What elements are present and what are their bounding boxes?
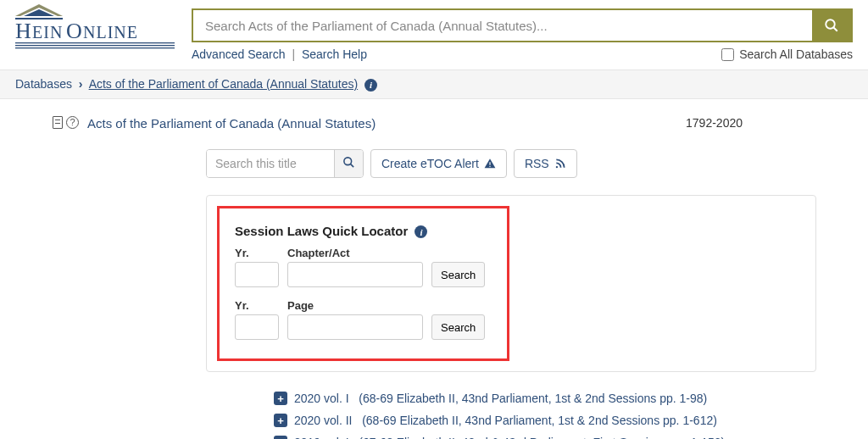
heinonline-logo[interactable]: H EIN O NLINE [15, 4, 175, 51]
search-all-label: Search All Databases [739, 47, 853, 61]
svg-rect-9 [15, 45, 175, 46]
chapter-label: Chapter/Act [287, 247, 423, 259]
list-item: + 2020 vol. I (68-69 Elizabeth II, 43nd … [274, 387, 853, 409]
svg-text:EIN: EIN [32, 23, 63, 42]
svg-rect-16 [489, 166, 490, 167]
main-search-input[interactable] [193, 10, 812, 41]
search-help-link[interactable]: Search Help [302, 47, 367, 61]
year-input-2[interactable] [235, 314, 279, 340]
svg-point-17 [555, 166, 557, 168]
svg-rect-15 [489, 162, 490, 165]
rss-icon [554, 158, 566, 169]
search-icon [342, 156, 355, 169]
search-all-databases-toggle[interactable]: Search All Databases [721, 47, 853, 61]
title-search [206, 149, 364, 178]
collection-title: Acts of the Parliament of Canada (Annual… [87, 116, 376, 131]
search-icon [824, 18, 839, 33]
separator: | [292, 47, 295, 61]
locator-heading: Session Laws Quick Locator [235, 224, 408, 238]
page-input[interactable] [287, 314, 423, 340]
year-label: Yr. [235, 247, 279, 259]
year-range: 1792-2020 [686, 116, 743, 130]
chevron-right-icon: › [79, 77, 83, 91]
page-label: Page [287, 299, 423, 312]
search-all-checkbox[interactable] [721, 48, 734, 61]
info-icon[interactable]: i [364, 79, 377, 92]
expand-icon[interactable]: + [274, 392, 287, 405]
rss-label: RSS [525, 157, 549, 170]
breadcrumb-root[interactable]: Databases [15, 77, 72, 91]
locator-search-2[interactable]: Search [431, 314, 485, 340]
breadcrumb: Databases › Acts of the Parliament of Ca… [0, 69, 868, 99]
expand-icon[interactable]: + [274, 436, 287, 439]
title-search-button[interactable] [334, 150, 363, 177]
volume-list: + 2020 vol. I (68-69 Elizabeth II, 43nd … [274, 387, 853, 439]
svg-line-14 [350, 164, 353, 167]
list-item: + 2019 vol. I (67-68 Elizabeth II, 42nd … [274, 431, 853, 439]
rss-button[interactable]: RSS [514, 149, 577, 178]
locator-search-1[interactable]: Search [431, 262, 485, 287]
svg-point-11 [826, 19, 835, 29]
expand-icon[interactable]: + [274, 414, 287, 427]
year-input-1[interactable] [235, 262, 279, 287]
volume-link[interactable]: 2020 vol. II (68-69 Elizabeth II, 43nd P… [294, 414, 717, 427]
etoc-label: Create eTOC Alert [381, 157, 479, 170]
svg-point-13 [344, 158, 352, 165]
year-label-2: Yr. [235, 299, 279, 312]
title-search-input[interactable] [207, 150, 334, 177]
breadcrumb-current[interactable]: Acts of the Parliament of Canada (Annual… [89, 77, 359, 91]
volume-link[interactable]: 2019 vol. I (67-68 Elizabeth II, 42nd & … [294, 436, 725, 439]
svg-text:NLINE: NLINE [83, 23, 138, 42]
help-icon[interactable]: ? [66, 116, 79, 129]
document-icon[interactable] [53, 116, 63, 129]
locator-panel: Session Laws Quick Locator i Yr. Chapter… [206, 195, 816, 373]
svg-rect-8 [15, 42, 175, 43]
svg-rect-10 [15, 47, 175, 48]
main-search-button[interactable] [812, 10, 851, 41]
list-item: + 2020 vol. II (68-69 Elizabeth II, 43nd… [274, 409, 853, 431]
svg-line-12 [833, 27, 837, 31]
advanced-search-link[interactable]: Advanced Search [192, 47, 286, 61]
session-laws-quick-locator: Session Laws Quick Locator i Yr. Chapter… [217, 206, 509, 362]
info-icon[interactable]: i [415, 225, 427, 238]
create-etoc-alert-button[interactable]: Create eTOC Alert [370, 149, 507, 178]
svg-text:H: H [15, 19, 31, 43]
alert-icon [484, 158, 496, 169]
volume-link[interactable]: 2020 vol. I (68-69 Elizabeth II, 43nd Pa… [294, 392, 707, 405]
svg-text:O: O [66, 19, 82, 43]
chapter-input[interactable] [287, 262, 423, 287]
